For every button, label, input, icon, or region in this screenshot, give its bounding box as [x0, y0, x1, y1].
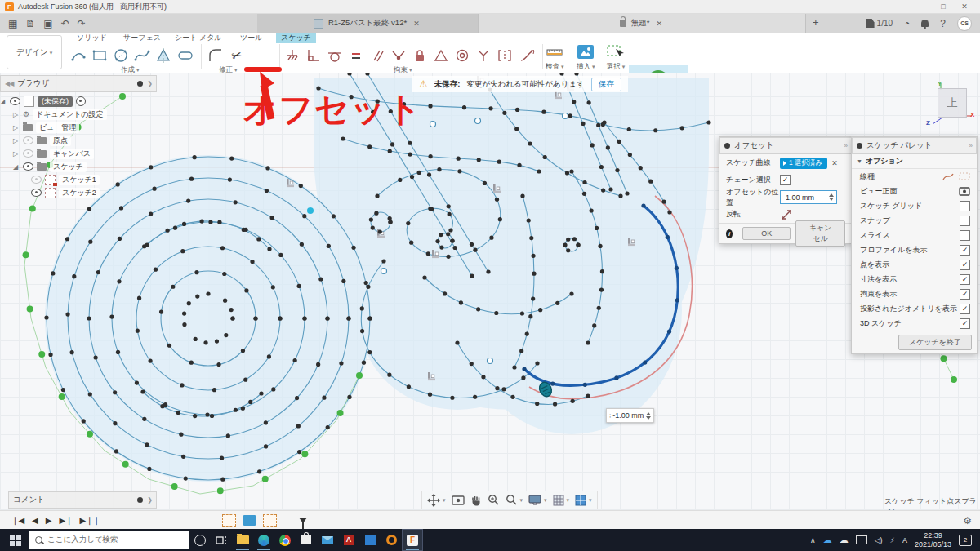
grid-checkbox[interactable]: [960, 201, 970, 211]
close-icon[interactable]: ✕: [412, 20, 421, 28]
fusion360-taskbar-icon[interactable]: F: [403, 530, 422, 550]
resize-icon[interactable]: ❯: [147, 496, 152, 504]
spinner[interactable]: [829, 193, 834, 201]
slice-checkbox[interactable]: [960, 230, 970, 241]
pan-icon[interactable]: [470, 495, 482, 506]
go-to-start-icon[interactable]: ❘◀: [11, 516, 24, 525]
browser-row-docsettings[interactable]: ▷ ⚙ ドキュメントの設定: [0, 108, 157, 121]
onedrive-icon[interactable]: ☁: [823, 535, 832, 545]
play-icon[interactable]: ▶: [46, 516, 52, 525]
workspace-selector[interactable]: デザイン: [7, 35, 62, 69]
zoom-icon[interactable]: [488, 494, 500, 506]
visibility-eye-off-icon[interactable]: [31, 176, 42, 184]
usb-icon[interactable]: ⚡: [890, 536, 895, 544]
clock-date[interactable]: 22:39 2021/05/13: [915, 531, 951, 549]
undock-icon[interactable]: »: [844, 142, 847, 149]
timeline-sketch-feature[interactable]: [222, 514, 236, 527]
fix-constraint-icon[interactable]: [283, 46, 302, 65]
highlighted-point[interactable]: [307, 207, 314, 214]
midpoint-constraint-icon[interactable]: [389, 46, 408, 65]
mail-icon[interactable]: [318, 530, 337, 550]
minimize-button[interactable]: —: [911, 0, 933, 13]
timeline-sketch-feature[interactable]: [263, 514, 277, 527]
taskbar-search-input[interactable]: ここに入力して検索: [29, 531, 189, 549]
ok-button[interactable]: OK: [742, 227, 791, 240]
select-button[interactable]: 選択: [606, 44, 626, 72]
ribbon-tab-surface[interactable]: サーフェス: [118, 33, 166, 43]
visibility-eye-icon[interactable]: [31, 189, 42, 197]
expand-icon[interactable]: ▷: [13, 111, 20, 118]
symmetry-constraint-icon[interactable]: [495, 46, 514, 65]
orbit-icon[interactable]: [427, 494, 446, 507]
insert-button[interactable]: 挿入: [577, 44, 595, 72]
browser-header[interactable]: ◀◀ ブラウザ ❯: [0, 75, 157, 92]
curvature-constraint-icon[interactable]: [474, 46, 493, 65]
comments-header[interactable]: コメント ❯: [8, 491, 157, 509]
circle-tool-icon[interactable]: [111, 46, 131, 65]
cloud-icon[interactable]: ☁: [840, 535, 849, 545]
slot-tool-icon[interactable]: [176, 46, 195, 65]
viewports-icon[interactable]: [575, 495, 592, 506]
job-status-badge[interactable]: 1/10: [866, 19, 893, 28]
show-dimensions-checkbox[interactable]: [960, 274, 970, 285]
options-section-header[interactable]: ▼ オプション: [852, 154, 977, 169]
file-explorer-icon[interactable]: [233, 530, 252, 550]
browser-row-viewmgmt[interactable]: ▷ ビュー管理: [0, 121, 157, 134]
display-tray-icon[interactable]: [856, 535, 867, 544]
maximize-button[interactable]: □: [933, 0, 954, 13]
browser-row-canvases[interactable]: ▷ キャンバス: [0, 147, 157, 160]
offset-dialog-header[interactable]: オフセット »: [719, 137, 852, 154]
ribbon-tab-sketch[interactable]: スケッチ: [276, 33, 316, 43]
show-projected-checkbox[interactable]: [960, 304, 970, 314]
tray-chevron-icon[interactable]: ∧: [810, 536, 816, 544]
action-center-icon[interactable]: 2: [959, 535, 972, 546]
app-menu-icon[interactable]: ▦: [8, 15, 17, 33]
timeline-settings-gear-icon[interactable]: ⚙: [963, 515, 972, 527]
browser-row-sketches[interactable]: ◢ スケッチ: [0, 160, 157, 173]
visibility-eye-off-icon[interactable]: [23, 149, 33, 158]
visibility-eye-icon[interactable]: [23, 162, 33, 171]
help-icon[interactable]: ?: [940, 18, 946, 29]
sketch-3d-checkbox[interactable]: [960, 318, 970, 329]
parallel-constraint-icon[interactable]: [368, 46, 387, 65]
resize-icon[interactable]: ❯: [147, 80, 152, 87]
cortana-button[interactable]: [190, 530, 210, 550]
task-view-button[interactable]: [212, 530, 231, 550]
expanded-icon[interactable]: ◢: [13, 163, 20, 171]
browser-row-root[interactable]: ◢ (未保存): [0, 95, 157, 108]
start-button[interactable]: [10, 535, 21, 546]
activate-radio[interactable]: [76, 96, 86, 106]
store-icon[interactable]: [296, 530, 316, 550]
browser-row-sketch2[interactable]: スケッチ2: [0, 186, 157, 199]
doc-tab-r1z5[interactable]: R1-Z5バスト最終 v12* ✕: [257, 14, 479, 33]
collapse-icon[interactable]: ◀◀: [5, 80, 13, 87]
finish-sketch-palette-button[interactable]: スケッチを終了: [898, 335, 972, 350]
step-back-icon[interactable]: ◀: [32, 516, 38, 525]
ribbon-tab-tools[interactable]: ツール: [235, 33, 267, 43]
flip-icon[interactable]: [780, 208, 793, 221]
construction-style-icon[interactable]: [959, 171, 970, 181]
visibility-eye-off-icon[interactable]: [23, 136, 33, 144]
grid-settings-icon[interactable]: [553, 495, 570, 506]
ribbon-tab-solid[interactable]: ソリッド: [72, 33, 112, 43]
expanded-icon[interactable]: ◢: [0, 98, 7, 105]
show-points-checkbox[interactable]: [960, 260, 970, 270]
visibility-eye-icon[interactable]: [10, 97, 20, 105]
inspect-button[interactable]: 検査: [546, 44, 564, 72]
chrome-icon[interactable]: [275, 530, 295, 550]
music-app-icon[interactable]: [381, 530, 401, 550]
show-constraints-checkbox[interactable]: [960, 289, 970, 300]
triangle-constraint-icon[interactable]: [431, 46, 451, 65]
look-at-icon[interactable]: [959, 186, 970, 196]
save-button[interactable]: 保存: [591, 78, 621, 91]
mirror-tool-icon[interactable]: [154, 46, 173, 65]
step-forward-icon[interactable]: ▶❘: [59, 516, 72, 525]
new-tab-button[interactable]: +: [806, 14, 826, 33]
save-icon[interactable]: ▣: [43, 15, 52, 33]
line-tool-icon[interactable]: [69, 46, 88, 65]
cancel-button[interactable]: キャンセル: [795, 220, 845, 247]
info-icon[interactable]: i: [726, 229, 733, 238]
panel-dot-icon[interactable]: [137, 497, 143, 503]
ime-indicator[interactable]: A: [902, 536, 907, 544]
curve-selection-chip[interactable]: 1 選択済み: [780, 158, 827, 169]
